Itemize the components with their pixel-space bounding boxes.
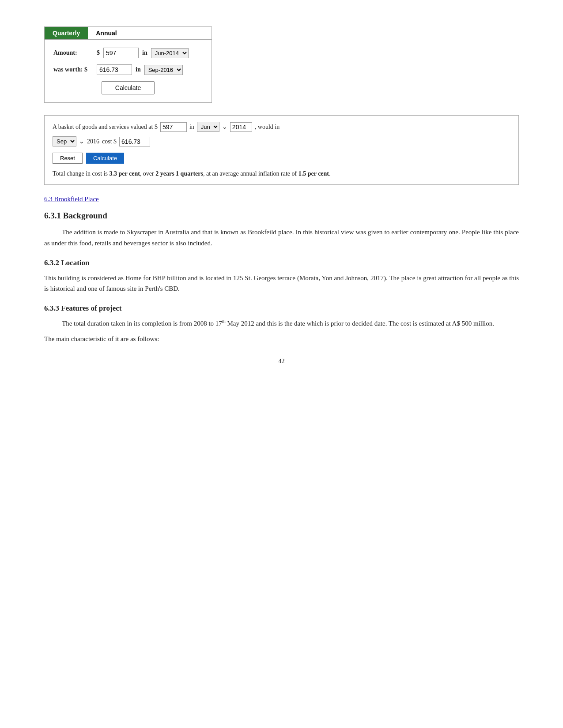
- inline-cost-input[interactable]: [119, 137, 150, 146]
- section-link[interactable]: 6.3 Brookfield Place: [44, 195, 519, 203]
- inline-cost-label: cost $: [102, 138, 117, 145]
- inline-in-label: in: [189, 124, 194, 131]
- worth-label: was worth: $: [53, 66, 93, 73]
- worth-in-label: in: [136, 66, 141, 73]
- inline-row1: A basket of goods and services valued at…: [53, 122, 510, 132]
- worth-date-select[interactable]: Sep-2016: [144, 65, 183, 75]
- inline-amount-input[interactable]: [160, 122, 187, 132]
- section-heading-633: 6.3.3 Features of project: [44, 304, 519, 313]
- calc-btn-row: Calculate: [53, 81, 203, 94]
- reset-button[interactable]: Reset: [53, 153, 83, 164]
- inline-chevron2-icon: ⌄: [79, 138, 84, 145]
- result-period: 2 years 1 quarters: [155, 170, 203, 177]
- location-para: This building is considered as Home for …: [44, 273, 519, 295]
- inline-chevron-icon: ⌄: [222, 123, 227, 131]
- inline-buttons: Reset Calculate: [53, 153, 510, 164]
- inline-row2: Sep ⌄ 2016 cost $: [53, 136, 510, 146]
- worth-row: was worth: $ in Sep-2016: [53, 64, 203, 75]
- amount-label: Amount:: [53, 49, 93, 56]
- calculate-button[interactable]: Calculate: [102, 81, 155, 94]
- inline-month-select[interactable]: Jun: [197, 122, 219, 132]
- result-rate: 1.5 per cent: [299, 170, 329, 177]
- calculator-widget: Quarterly Annual Amount: $ in Jun-2014 w…: [44, 26, 212, 103]
- result-text: Total change in cost is 3.3 per cent, ov…: [53, 169, 510, 178]
- tab-annual[interactable]: Annual: [88, 27, 125, 39]
- inline-calculator: A basket of goods and services valued at…: [44, 115, 519, 185]
- features-para2: The main characteristic of it are as fol…: [44, 334, 519, 345]
- inline-suffix: , would in: [255, 124, 280, 131]
- section-heading-631: 6.3.1 Background: [44, 211, 519, 221]
- amount-row: Amount: $ in Jun-2014: [53, 48, 203, 58]
- inline-year2: 2016: [87, 138, 99, 145]
- tab-quarterly[interactable]: Quarterly: [45, 27, 88, 39]
- features-para1: The total duration taken in its completi…: [44, 318, 519, 329]
- amount-input[interactable]: [103, 48, 139, 58]
- calc-body: Amount: $ in Jun-2014 was worth: $ in Se…: [45, 40, 212, 102]
- inline-year-input[interactable]: [230, 122, 252, 132]
- amount-in-label: in: [142, 49, 147, 56]
- calc-tabs: Quarterly Annual: [45, 27, 212, 40]
- page-number: 42: [44, 358, 519, 365]
- amount-dollar: $: [97, 49, 100, 56]
- result-percent: 3.3 per cent: [110, 170, 140, 177]
- inline-intro: A basket of goods and services valued at…: [53, 124, 158, 131]
- amount-date-select[interactable]: Jun-2014: [151, 48, 189, 58]
- section-heading-632: 6.3.2 Location: [44, 259, 519, 267]
- inline-calculate-button[interactable]: Calculate: [86, 153, 124, 164]
- background-para: The addition is made to Skyscraper in Au…: [44, 227, 519, 249]
- worth-input[interactable]: [97, 64, 132, 75]
- inline-month2-select[interactable]: Sep: [53, 136, 76, 146]
